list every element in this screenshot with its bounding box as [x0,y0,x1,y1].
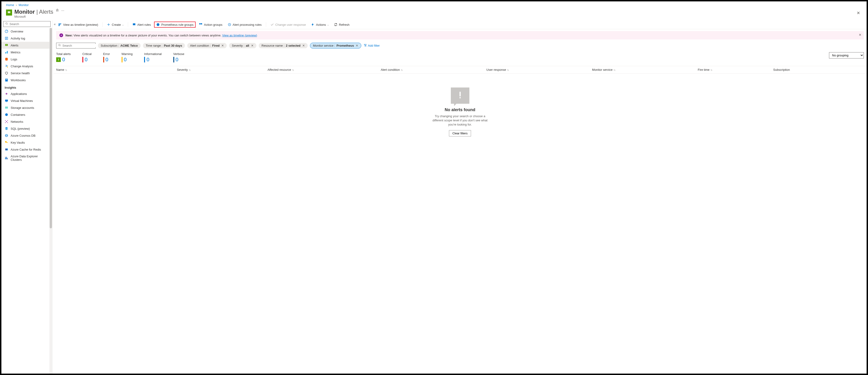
sidebar-item-azure-cosmos-db[interactable]: Azure Cosmos DB [1,132,52,139]
sidebar-item-label: Applications [11,92,27,96]
alerts-search-input[interactable] [62,44,101,48]
svg-rect-15 [5,79,8,82]
column-alert-condition[interactable]: Alert condition↑↓ [381,68,486,71]
sidebar-item-overview[interactable]: Overview [1,28,52,35]
banner-close-icon[interactable]: ✕ [859,33,862,37]
stat-label: Total alerts [56,52,71,56]
stat-critical[interactable]: Critical0 [82,52,92,63]
empty-state-icon [451,88,469,104]
processing-rules-icon [228,23,231,27]
svg-rect-12 [7,51,8,54]
more-icon[interactable]: ⋯ [61,9,65,12]
column-severity[interactable]: Severity↑↓ [177,68,268,71]
sidebar-search[interactable] [3,21,51,27]
stat-value: 0 [62,57,65,63]
sidebar-item-workbooks[interactable]: Workbooks [1,76,52,84]
sidebar-item-activity-log[interactable]: Activity log [1,35,52,42]
sidebar-search-input[interactable] [9,22,49,26]
stat-value: 0 [105,57,108,63]
breadcrumb-home[interactable]: Home [6,3,14,7]
svg-rect-51 [459,97,461,98]
cosmos-icon [5,134,8,137]
prometheus-rule-groups-button[interactable]: Prometheus rule groups [154,22,195,28]
breadcrumb-monitor[interactable]: Monitor [19,3,29,7]
scrollbar-thumb[interactable] [50,28,52,228]
stat-informational[interactable]: Informational0 [144,52,161,63]
sidebar-item-logs[interactable]: Logs [1,56,52,63]
sidebar-item-azure-cache-for-redis[interactable]: Azure Cache for Redis [1,146,52,153]
column-name[interactable]: Name↑↓ [56,68,177,71]
stat-value: 0 [124,57,127,63]
pill-close-icon[interactable]: ✕ [251,44,254,48]
severity-bar [103,57,104,62]
plus-icon [107,23,111,27]
column-user-response[interactable]: User response↑↓ [486,68,592,71]
page-header: Monitor | Alerts Microsoft ⋯ ✕ [1,8,867,20]
severity-bar [144,57,145,62]
stat-value: 0 [176,57,179,63]
sidebar-item-service-health[interactable]: Service health [1,70,52,76]
sidebar-item-azure-data-explorer-clusters[interactable]: Azure Data Explorer Clusters [1,153,52,163]
sidebar-item-networks[interactable]: Networks [1,118,52,125]
filter-pill-alertcondition[interactable]: Alert condition : Fired✕ [187,43,227,48]
view-timeline-button[interactable]: View as timeline (preview) [56,22,100,27]
svg-rect-16 [6,79,7,80]
clear-filters-button[interactable]: Clear filters [449,130,471,136]
column-fire-time[interactable]: Fire time↑↓ [698,68,773,71]
sidebar-item-virtual-machines[interactable]: Virtual Machines [1,97,52,104]
filter-pill-subscription[interactable]: Subscription : ACME Telco [98,43,141,48]
svg-point-25 [7,120,8,121]
grouping-select[interactable]: No grouping [829,52,864,59]
empty-title: No alerts found [444,107,475,112]
sidebar-item-key-vaults[interactable]: Key Vaults [1,139,52,146]
page-title: Monitor | Alerts [14,8,53,15]
network-icon [5,120,8,123]
filter-pill-resourcename[interactable]: Resource name : 2 selected✕ [259,43,308,48]
sidebar-item-alerts[interactable]: Alerts [1,42,52,49]
column-monitor-service[interactable]: Monitor service↑↓ [592,68,698,71]
action-groups-icon [199,23,203,27]
action-groups-button[interactable]: Action groups [197,22,224,27]
stat-verbose[interactable]: Verbose0 [173,52,184,63]
alert-processing-rules-button[interactable]: Alert processing rules [226,22,264,27]
stat-error[interactable]: Error0 [103,52,110,63]
sidebar: « OverviewActivity logAlertsMetricsLogsC… [1,20,53,374]
filter-pill-monitorservice[interactable]: Monitor service : Prometheus✕ [310,43,362,49]
sidebar-item-sql-preview-[interactable]: SQL (preview) [1,125,52,132]
stat-total-alerts[interactable]: Total alerts0 [56,52,71,63]
banner-link[interactable]: View as timeline (preview) [222,34,257,37]
pill-close-icon[interactable]: ✕ [221,44,224,48]
refresh-button[interactable]: Refresh [332,22,351,27]
sidebar-item-change-analysis[interactable]: Change Analysis [1,63,52,70]
sidebar-item-label: Metrics [11,51,21,54]
sparkle-icon [59,33,63,37]
pin-icon[interactable] [56,8,59,12]
sidebar-item-label: Alerts [11,43,18,47]
alerts-search[interactable] [56,43,96,49]
sidebar-item-label: Workbooks [11,79,26,82]
create-button[interactable]: Create ⌵ [105,22,126,27]
sidebar-item-containers[interactable]: Containers [1,111,52,118]
scrollbar-track[interactable] [50,28,52,374]
sidebar-item-metrics[interactable]: Metrics [1,49,52,56]
pill-close-icon[interactable]: ✕ [302,44,305,48]
timeline-icon [58,23,62,27]
close-button[interactable]: ✕ [855,8,862,18]
filter-plus-icon [364,43,367,48]
sort-icon: ↑↓ [401,68,402,71]
actions-button[interactable]: Actions ⌵ [309,22,331,27]
prometheus-icon [156,23,160,27]
column-subscription[interactable]: Subscription [773,68,864,71]
filter-pill-severity[interactable]: Severity : all✕ [229,43,256,48]
svg-rect-19 [5,99,8,101]
alert-rules-button[interactable]: Alert rules [130,22,153,27]
column-affected-resource[interactable]: Affected resource↑↓ [268,68,381,71]
pill-close-icon[interactable]: ✕ [356,44,358,48]
metrics-icon [5,50,8,54]
stat-warning[interactable]: Warning0 [122,52,133,63]
filter-pill-timerange[interactable]: Time range : Past 30 days [143,43,185,48]
filter-row: Subscription : ACME TelcoTime range : Pa… [53,41,867,51]
sidebar-item-applications[interactable]: Applications [1,90,52,97]
add-filter-button[interactable]: Add filter [364,43,380,48]
sidebar-item-storage-accounts[interactable]: Storage accounts [1,104,52,111]
